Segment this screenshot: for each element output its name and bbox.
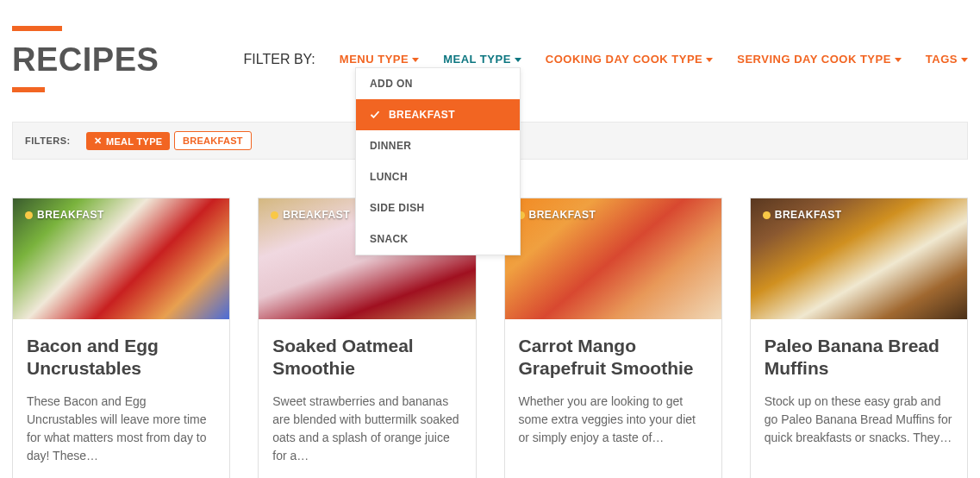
- recipe-image: BREAKFAST: [13, 198, 229, 319]
- recipe-image: BREAKFAST: [505, 198, 721, 319]
- dot-icon: [271, 211, 278, 219]
- category-badge: BREAKFAST: [763, 209, 842, 221]
- dropdown-item-dinner[interactable]: DINNER: [356, 130, 520, 161]
- recipe-card[interactable]: BREAKFAST Paleo Banana Bread Muffins Sto…: [750, 198, 968, 478]
- filter-cooking-day[interactable]: COOKING DAY COOK TYPE: [546, 53, 713, 66]
- page-title: RECIPES: [12, 41, 159, 79]
- recipe-card[interactable]: BREAKFAST Carrot Mango Grapefruit Smooth…: [504, 198, 722, 478]
- recipe-title: Bacon and Egg Uncrustables: [27, 335, 215, 381]
- recipe-title: Carrot Mango Grapefruit Smoothie: [519, 335, 708, 381]
- filter-tag-meal-type[interactable]: ✕ MEAL TYPE: [86, 132, 171, 150]
- active-filters-label: FILTERS:: [25, 135, 71, 146]
- category-badge: BREAKFAST: [517, 209, 596, 221]
- close-icon: ✕: [94, 135, 102, 147]
- recipe-description: Sweet strawberries and bananas are blend…: [272, 393, 461, 465]
- meal-type-dropdown: ADD ON BREAKFAST DINNER LUNCH SIDE DISH …: [355, 67, 521, 255]
- category-badge: BREAKFAST: [25, 209, 104, 221]
- caret-down-icon: [515, 58, 521, 62]
- dropdown-item-breakfast[interactable]: BREAKFAST: [356, 99, 520, 130]
- filter-tag-breakfast[interactable]: BREAKFAST: [174, 131, 252, 150]
- category-badge: BREAKFAST: [271, 209, 350, 221]
- recipe-description: These Bacon and Egg Uncrustables will le…: [27, 393, 215, 465]
- recipe-image: BREAKFAST: [751, 198, 967, 319]
- filter-bar: FILTER BY: MENU TYPE MEAL TYPE COOKING D…: [244, 52, 968, 67]
- dot-icon: [763, 211, 771, 219]
- dropdown-item-side-dish[interactable]: SIDE DISH: [356, 192, 520, 223]
- filter-tags[interactable]: TAGS: [926, 53, 968, 66]
- caret-down-icon: [961, 58, 968, 62]
- dropdown-item-snack[interactable]: SNACK: [356, 223, 520, 255]
- recipe-title: Soaked Oatmeal Smoothie: [272, 335, 461, 381]
- dropdown-item-add-on[interactable]: ADD ON: [356, 68, 520, 99]
- filter-serving-day[interactable]: SERVING DAY COOK TYPE: [737, 53, 902, 66]
- caret-down-icon: [895, 58, 902, 62]
- recipe-card[interactable]: BREAKFAST Bacon and Egg Uncrustables The…: [12, 198, 230, 478]
- filter-by-label: FILTER BY:: [244, 52, 315, 67]
- dropdown-item-lunch[interactable]: LUNCH: [356, 161, 520, 192]
- recipe-title: Paleo Banana Bread Muffins: [765, 335, 953, 381]
- filter-meal-type[interactable]: MEAL TYPE: [443, 53, 521, 66]
- caret-down-icon: [412, 58, 419, 62]
- recipe-description: Whether you are looking to get some extr…: [519, 393, 708, 447]
- dot-icon: [25, 211, 33, 219]
- recipe-description: Stock up on these easy grab and go Paleo…: [765, 393, 953, 447]
- caret-down-icon: [706, 58, 713, 62]
- filter-menu-type[interactable]: MENU TYPE: [340, 53, 419, 66]
- check-icon: [370, 110, 380, 120]
